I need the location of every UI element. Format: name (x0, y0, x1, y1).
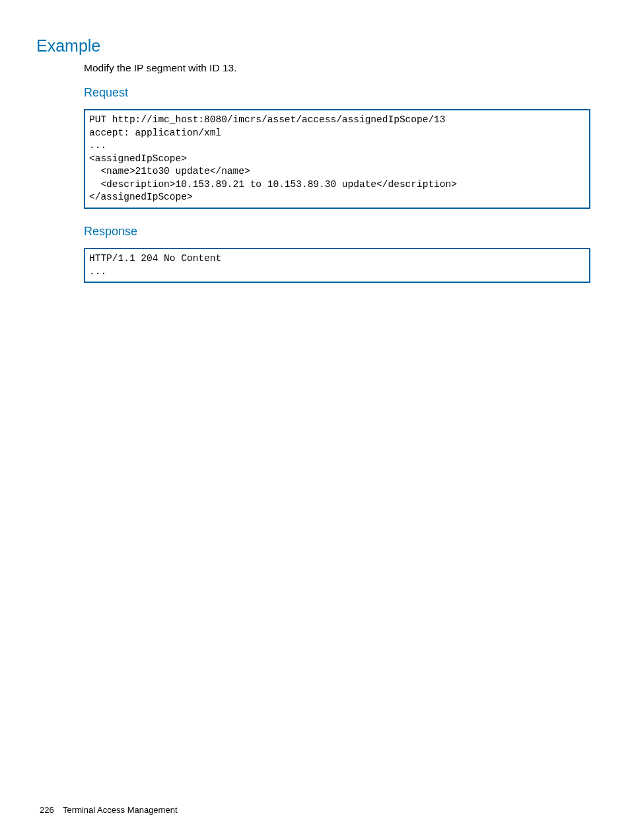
response-code-block: HTTP/1.1 204 No Content ... (84, 248, 590, 283)
request-code-block: PUT http://imc_host:8080/imcrs/asset/acc… (84, 109, 590, 209)
page-content: Example Modify the IP segment with ID 13… (0, 0, 630, 283)
response-heading: Response (84, 225, 590, 239)
chapter-title: Terminal Access Management (63, 805, 177, 815)
intro-text: Modify the IP segment with ID 13. (84, 62, 590, 74)
example-heading: Example (36, 36, 590, 56)
request-heading: Request (84, 86, 590, 100)
page-footer: 226 Terminal Access Management (40, 805, 178, 815)
page-number: 226 (40, 805, 54, 815)
